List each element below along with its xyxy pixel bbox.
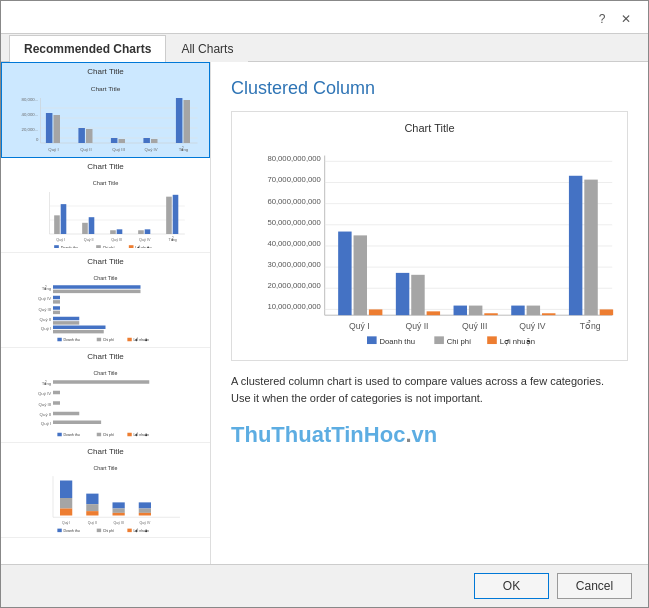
chart-svg: 80,000,000,000 70,000,000,000 60,000,000… — [242, 140, 617, 350]
svg-text:80,000...: 80,000... — [22, 97, 39, 102]
svg-text:Tổng: Tổng — [168, 236, 176, 242]
chart-thumb-1-title: Chart Title — [7, 162, 204, 171]
svg-text:Chi phí: Chi phí — [103, 246, 116, 248]
svg-rect-147 — [469, 306, 482, 316]
svg-text:Chart Title: Chart Title — [91, 85, 121, 92]
svg-text:Lợi nhuận: Lợi nhuận — [135, 245, 151, 248]
svg-text:40,000...: 40,000... — [22, 112, 39, 117]
svg-text:Quý III: Quý III — [113, 521, 123, 525]
svg-rect-162 — [434, 336, 444, 344]
svg-text:Quý I: Quý I — [62, 521, 70, 525]
svg-text:20,000,000,000: 20,000,000,000 — [267, 281, 320, 290]
svg-text:Doanh thu: Doanh thu — [64, 338, 80, 342]
svg-rect-87 — [53, 391, 60, 395]
svg-rect-78 — [127, 338, 131, 342]
svg-rect-38 — [61, 204, 67, 234]
chart-thumb-4-img: Chart Title — [7, 458, 204, 533]
close-button[interactable]: ✕ — [616, 9, 636, 29]
svg-rect-150 — [527, 306, 540, 316]
svg-text:Lợi nhuận: Lợi nhuận — [500, 337, 535, 346]
svg-rect-16 — [184, 100, 191, 143]
svg-rect-64 — [53, 285, 141, 289]
svg-rect-100 — [60, 481, 72, 499]
cancel-button[interactable]: Cancel — [557, 573, 632, 599]
help-button[interactable]: ? — [592, 9, 612, 29]
svg-text:Chart Title: Chart Title — [94, 370, 118, 376]
svg-text:Quý IV: Quý IV — [38, 391, 51, 396]
chart-thumb-2-img: Chart Title Tổng Quý IV Quý III Quý II Q… — [7, 268, 204, 343]
svg-text:Quý IV: Quý IV — [38, 296, 51, 301]
svg-rect-154 — [600, 309, 613, 315]
svg-rect-70 — [53, 317, 79, 321]
svg-text:Chi phí: Chi phí — [103, 338, 114, 342]
svg-text:Lợi nhuận: Lợi nhuận — [134, 432, 150, 437]
svg-rect-152 — [569, 176, 582, 315]
svg-rect-45 — [166, 197, 172, 234]
svg-rect-144 — [411, 275, 424, 315]
svg-text:Quý III: Quý III — [111, 238, 122, 242]
svg-text:40,000,000,000: 40,000,000,000 — [267, 239, 320, 248]
svg-rect-86 — [53, 380, 149, 384]
chart-thumb-0[interactable]: Chart Title Chart Title — [1, 62, 210, 158]
svg-rect-7 — [46, 113, 53, 143]
svg-rect-164 — [487, 336, 497, 344]
tab-recommended[interactable]: Recommended Charts — [9, 35, 166, 62]
svg-rect-14 — [151, 139, 158, 143]
svg-rect-110 — [139, 509, 151, 513]
svg-rect-12 — [119, 139, 126, 143]
svg-text:Chi phí: Chi phí — [103, 433, 114, 437]
chart-thumb-4[interactable]: Chart Title Chart Title — [1, 443, 210, 538]
svg-rect-15 — [176, 98, 183, 143]
svg-rect-142 — [369, 309, 382, 315]
svg-rect-151 — [542, 313, 555, 315]
svg-rect-40 — [89, 217, 95, 234]
svg-rect-88 — [53, 401, 60, 405]
chart-canvas: Chart Title 80,000,000,000 70,000,000,00… — [231, 111, 628, 361]
svg-text:50,000,000,000: 50,000,000,000 — [267, 218, 320, 227]
svg-rect-145 — [427, 311, 440, 315]
svg-text:Lợi nhuận: Lợi nhuận — [134, 528, 150, 533]
svg-text:Quý II: Quý II — [40, 317, 52, 322]
insert-chart-dialog: ? ✕ Recommended Charts All Charts Chart … — [0, 0, 649, 608]
svg-text:Doanh thu: Doanh thu — [61, 246, 78, 248]
svg-rect-11 — [111, 138, 118, 143]
chart-thumb-2[interactable]: Chart Title Chart Title Tổng Quý IV Quý … — [1, 253, 210, 348]
svg-rect-109 — [139, 502, 151, 508]
svg-rect-111 — [139, 513, 151, 516]
main-content: Chart Title Chart Title — [1, 62, 648, 564]
svg-rect-107 — [113, 509, 125, 513]
chart-thumb-1[interactable]: Chart Title Chart Title — [1, 158, 210, 253]
svg-rect-76 — [97, 338, 101, 342]
svg-text:60,000,000,000: 60,000,000,000 — [267, 197, 320, 206]
svg-text:Quý II: Quý II — [84, 238, 94, 242]
chart-thumbnail-list: Chart Title Chart Title — [1, 62, 211, 564]
svg-rect-102 — [60, 509, 72, 516]
svg-rect-54 — [96, 245, 101, 248]
svg-rect-103 — [86, 494, 98, 505]
svg-text:Quý IV: Quý IV — [140, 521, 151, 525]
svg-rect-90 — [53, 421, 101, 425]
tab-all-charts[interactable]: All Charts — [166, 35, 248, 62]
ok-button[interactable]: OK — [474, 573, 549, 599]
svg-rect-143 — [396, 273, 409, 315]
svg-rect-56 — [129, 245, 134, 248]
chart-thumb-3[interactable]: Chart Title Chart Title Tổng Quý IV Quý … — [1, 348, 210, 443]
svg-rect-116 — [57, 529, 61, 533]
svg-text:Quý III: Quý III — [112, 147, 125, 152]
svg-rect-69 — [53, 311, 60, 315]
svg-rect-141 — [354, 235, 367, 315]
svg-text:Chi phí: Chi phí — [103, 529, 114, 533]
svg-rect-72 — [53, 326, 106, 330]
svg-text:Quý I: Quý I — [41, 421, 51, 426]
title-bar-controls: ? ✕ — [592, 9, 636, 33]
svg-text:Doanh thu: Doanh thu — [380, 337, 415, 346]
svg-rect-8 — [54, 115, 61, 143]
svg-rect-140 — [338, 232, 351, 316]
svg-rect-44 — [145, 229, 151, 234]
svg-text:Quý III: Quý III — [38, 307, 51, 312]
svg-rect-118 — [97, 529, 101, 533]
title-bar: ? ✕ — [1, 1, 648, 34]
svg-text:Quý II: Quý II — [80, 147, 92, 152]
svg-text:Chart Title: Chart Title — [94, 465, 118, 471]
svg-text:80,000,000,000: 80,000,000,000 — [267, 154, 320, 163]
